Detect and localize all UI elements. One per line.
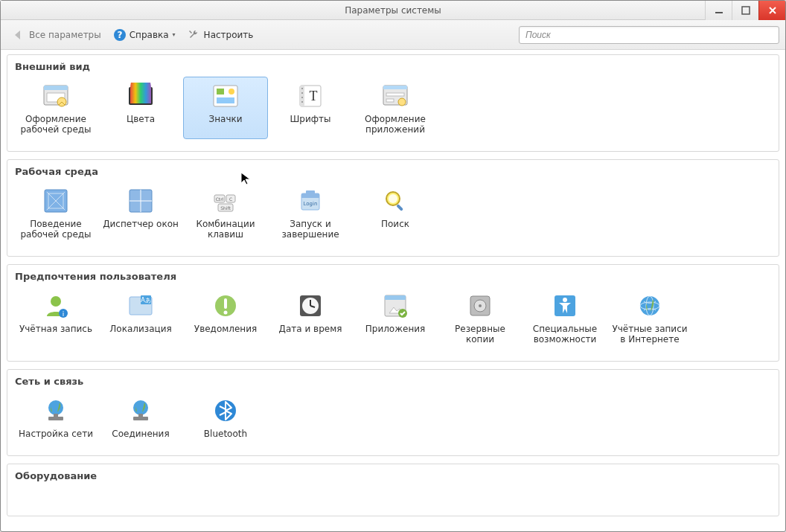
svg-point-17: [301, 101, 303, 103]
item-network-settings[interactable]: Настройка сети: [13, 391, 98, 443]
item-search-settings[interactable]: Поиск: [353, 182, 438, 244]
item-shortcuts[interactable]: CtrlCShift Комбинации клавиш: [183, 182, 268, 244]
item-label: Уведомления: [194, 324, 257, 334]
svg-rect-68: [54, 414, 58, 417]
window-title: Параметры системы: [1, 5, 785, 16]
svg-rect-0: [715, 12, 723, 13]
globe-icon: [635, 291, 665, 321]
svg-text:C: C: [229, 196, 232, 202]
content-area[interactable]: Внешний вид Оформление рабочей среды Цве…: [1, 50, 785, 531]
item-label: Учётная запись: [19, 324, 92, 334]
group-title: Рабочая среда: [15, 166, 773, 177]
window-controls: [705, 1, 785, 20]
svg-text:Shift: Shift: [220, 205, 231, 211]
connections-globe-icon: [126, 396, 156, 426]
startup-icon: Login: [295, 186, 325, 216]
configure-button[interactable]: Настроить: [183, 25, 258, 45]
item-label: Значки: [208, 114, 242, 124]
item-accessibility[interactable]: Специальные возможности: [523, 286, 607, 349]
item-label: Резервные копии: [455, 324, 505, 344]
minimize-button[interactable]: [705, 1, 732, 20]
keyboard-icon: CtrlCShift: [211, 186, 240, 216]
item-online-accounts[interactable]: Учётные записи в Интернете: [607, 286, 692, 349]
item-colors[interactable]: Цвета: [98, 77, 183, 139]
item-fonts[interactable]: T Шрифты: [268, 77, 353, 139]
colors-icon: [126, 81, 156, 111]
item-notifications[interactable]: Уведомления: [183, 286, 268, 349]
svg-rect-1: [742, 7, 750, 14]
svg-point-63: [640, 296, 659, 315]
svg-point-66: [48, 400, 63, 415]
back-label: Все параметры: [29, 30, 101, 40]
window: Параметры системы Все параметры ? Справк…: [0, 0, 786, 532]
item-backup[interactable]: Резервные копии: [438, 286, 523, 349]
svg-rect-5: [44, 86, 68, 90]
item-connections[interactable]: Соединения: [98, 391, 183, 443]
item-app-style[interactable]: Оформление приложений: [353, 77, 438, 139]
workspace-behavior-icon: [41, 186, 71, 216]
svg-point-60: [479, 304, 482, 307]
close-icon: [768, 6, 777, 15]
item-label: Учётные записи в Интернете: [612, 324, 687, 344]
item-label: Локализация: [109, 324, 171, 334]
maximize-icon: [741, 6, 750, 15]
item-datetime[interactable]: Дата и время: [268, 286, 353, 349]
item-label: Шрифты: [290, 114, 331, 124]
group-network: Сеть и связь Настройка сети Соединения: [7, 369, 779, 456]
item-label: Запуск и завершение: [281, 219, 339, 240]
search-field-wrap: [519, 26, 779, 44]
svg-rect-56: [385, 295, 406, 300]
svg-text:T: T: [310, 89, 318, 103]
maximize-button[interactable]: [732, 1, 758, 20]
svg-rect-71: [138, 414, 143, 417]
clock-icon: [295, 291, 325, 321]
item-label: Приложения: [365, 324, 426, 334]
item-label: Поиск: [381, 219, 409, 229]
svg-point-15: [301, 92, 303, 94]
wm-icon: [126, 186, 156, 216]
item-bluetooth[interactable]: Bluetooth: [183, 391, 268, 443]
group-appearance: Внешний вид Оформление рабочей среды Цве…: [7, 54, 779, 152]
item-workspace-behavior[interactable]: Поведение рабочей среды: [13, 182, 98, 244]
locale-icon: Aあ: [126, 291, 156, 321]
backup-icon: [465, 291, 495, 321]
titlebar: Параметры системы: [1, 1, 785, 20]
item-window-manager[interactable]: Диспетчер окон: [98, 182, 183, 244]
workspace-theme-icon: [41, 81, 71, 111]
group-title: Сеть и связь: [15, 376, 773, 387]
svg-point-10: [229, 89, 234, 94]
svg-point-40: [389, 194, 397, 203]
svg-rect-37: [306, 190, 315, 195]
item-startup[interactable]: Login Запуск и завершение: [268, 182, 353, 244]
svg-text:?: ?: [117, 30, 122, 40]
toolbar: Все параметры ? Справка ▾ Настроить: [1, 20, 785, 50]
icons-icon: [211, 81, 240, 111]
search-input[interactable]: [519, 26, 779, 44]
minimize-icon: [715, 6, 723, 15]
bluetooth-icon: [211, 396, 240, 426]
svg-point-42: [51, 296, 61, 307]
group-title: Оборудование: [15, 470, 773, 481]
svg-point-23: [398, 98, 406, 106]
item-label: Поведение рабочей среды: [20, 219, 91, 240]
help-label: Справка: [130, 30, 169, 40]
item-icons[interactable]: Значки: [183, 77, 268, 139]
item-workspace-theme[interactable]: Оформление рабочей среды: [13, 77, 98, 139]
svg-text:Ctrl: Ctrl: [216, 196, 224, 202]
svg-point-50: [224, 311, 228, 315]
item-label: Диспетчер окон: [103, 219, 179, 229]
item-account[interactable]: i Учётная запись: [13, 286, 98, 349]
svg-rect-41: [396, 204, 403, 211]
help-icon: ?: [113, 28, 127, 42]
back-button[interactable]: Все параметры: [7, 25, 106, 45]
svg-text:i: i: [63, 310, 65, 318]
help-button[interactable]: ? Справка ▾: [109, 25, 180, 45]
svg-rect-49: [224, 298, 227, 309]
chevron-down-icon: ▾: [173, 31, 176, 38]
item-label: Соединения: [112, 429, 169, 439]
item-locale[interactable]: Aあ Локализация: [98, 286, 183, 349]
close-button[interactable]: [758, 1, 785, 20]
item-label: Комбинации клавиш: [196, 219, 255, 240]
item-applications[interactable]: Приложения: [353, 286, 438, 349]
user-icon: i: [41, 291, 71, 321]
